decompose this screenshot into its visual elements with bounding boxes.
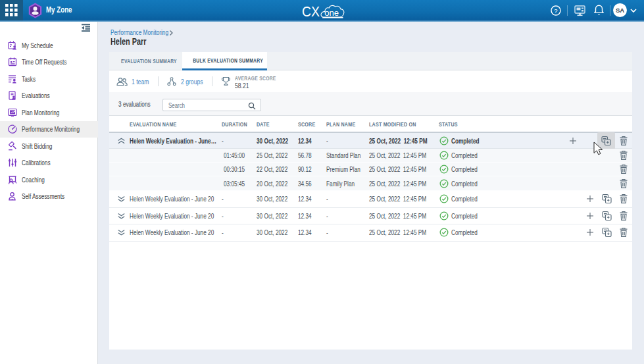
svg-text:CX: CX: [302, 3, 320, 20]
svg-text:?: ?: [554, 7, 557, 14]
svg-text:one: one: [324, 8, 339, 18]
